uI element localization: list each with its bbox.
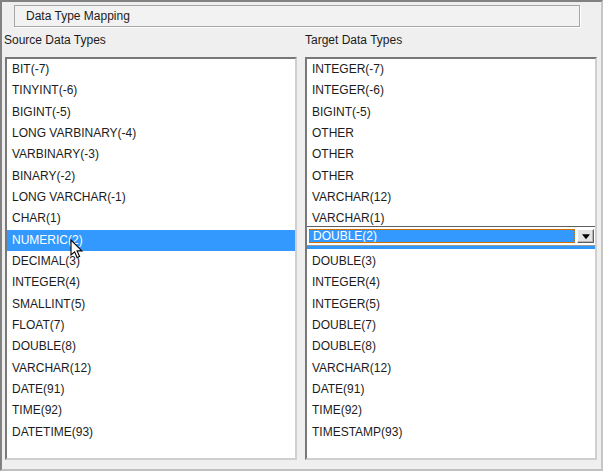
- source-type-item[interactable]: LONG VARBINARY(-4): [7, 123, 295, 144]
- source-type-item[interactable]: BIGINT(-5): [7, 102, 295, 123]
- dialog-header: Data Type Mapping: [14, 5, 580, 27]
- source-type-item[interactable]: CHAR(1): [7, 208, 295, 229]
- chevron-down-icon: [582, 234, 590, 239]
- source-type-item[interactable]: DATETIME(93): [7, 422, 295, 443]
- source-type-item[interactable]: BIT(-7): [7, 59, 295, 80]
- target-type-item[interactable]: INTEGER(-6): [307, 80, 595, 101]
- source-type-item[interactable]: SMALLINT(5): [7, 294, 295, 315]
- target-type-item[interactable]: OTHER: [307, 166, 595, 187]
- target-type-item[interactable]: VARCHAR(12): [307, 358, 595, 379]
- target-type-item[interactable]: TIMESTAMP(93): [307, 422, 595, 443]
- combobox-dropdown-button[interactable]: [577, 229, 594, 243]
- source-panel-label: Source Data Types: [4, 33, 106, 47]
- target-type-combobox[interactable]: DOUBLE(2): [305, 226, 597, 246]
- source-type-item[interactable]: DATE(91): [7, 379, 295, 400]
- source-type-item[interactable]: LONG VARCHAR(-1): [7, 187, 295, 208]
- target-type-item[interactable]: OTHER: [307, 144, 595, 165]
- target-type-item[interactable]: OTHER: [307, 123, 595, 144]
- source-type-item-selected[interactable]: NUMERIC(2): [7, 230, 295, 251]
- target-type-item[interactable]: BIGINT(-5): [307, 102, 595, 123]
- dialog-title: Data Type Mapping: [26, 9, 130, 23]
- source-type-list: BIT(-7) TINYINT(-6) BIGINT(-5) LONG VARB…: [5, 57, 297, 460]
- selection-underline: [305, 246, 597, 249]
- target-type-combo-row: DOUBLE(2): [307, 230, 595, 251]
- target-panel-label: Target Data Types: [305, 33, 402, 47]
- source-type-item[interactable]: TINYINT(-6): [7, 80, 295, 101]
- target-type-item[interactable]: INTEGER(4): [307, 272, 595, 293]
- source-type-item[interactable]: VARBINARY(-3): [7, 144, 295, 165]
- target-type-item[interactable]: DOUBLE(3): [307, 251, 595, 272]
- target-type-list: INTEGER(-7) INTEGER(-6) BIGINT(-5) OTHER…: [305, 57, 597, 460]
- target-type-item[interactable]: TIME(92): [307, 400, 595, 421]
- source-type-item[interactable]: VARCHAR(12): [7, 358, 295, 379]
- target-type-item[interactable]: INTEGER(5): [307, 294, 595, 315]
- combobox-selected-value[interactable]: DOUBLE(2): [309, 229, 575, 243]
- target-type-item[interactable]: INTEGER(-7): [307, 59, 595, 80]
- data-type-mapping-dialog: Data Type Mapping Source Data Types Targ…: [0, 0, 603, 471]
- target-type-item[interactable]: DOUBLE(7): [307, 315, 595, 336]
- source-type-item[interactable]: FLOAT(7): [7, 315, 295, 336]
- source-type-item[interactable]: DECIMAL(3): [7, 251, 295, 272]
- target-type-item[interactable]: DATE(91): [307, 379, 595, 400]
- source-type-item[interactable]: TIME(92): [7, 400, 295, 421]
- target-type-item[interactable]: DOUBLE(8): [307, 336, 595, 357]
- target-type-item[interactable]: VARCHAR(12): [307, 187, 595, 208]
- source-type-item[interactable]: BINARY(-2): [7, 166, 295, 187]
- source-type-item[interactable]: DOUBLE(8): [7, 336, 295, 357]
- source-type-item[interactable]: INTEGER(4): [7, 272, 295, 293]
